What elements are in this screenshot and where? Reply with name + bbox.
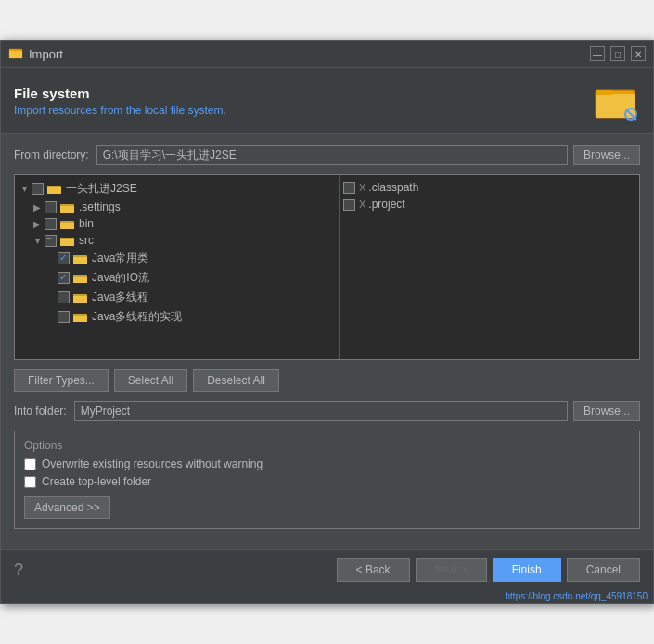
svg-rect-22 — [73, 255, 79, 257]
back-button[interactable]: < Back — [337, 558, 410, 582]
svg-rect-27 — [73, 296, 87, 303]
svg-rect-24 — [73, 277, 87, 283]
folder-icon-src — [60, 235, 75, 247]
from-directory-browse-button[interactable]: Browse... — [573, 145, 640, 165]
checkbox-java2[interactable] — [58, 272, 70, 284]
checkbox-project[interactable] — [343, 199, 355, 211]
expand-icon-bin: ▶ — [32, 219, 43, 229]
tree-label-src: src — [79, 234, 94, 247]
svg-rect-25 — [73, 275, 79, 277]
import-window: Import — □ ✕ File system Import resource… — [0, 40, 654, 604]
folder-icon-root — [47, 183, 62, 195]
into-folder-browse-button[interactable]: Browse... — [573, 401, 640, 421]
expand-icon-src: ▾ — [32, 236, 43, 246]
svg-rect-30 — [73, 316, 87, 322]
folder-icon-bin — [60, 218, 75, 230]
checkbox-java3[interactable] — [58, 291, 70, 303]
tree-item-bin[interactable]: ▶ bin — [28, 215, 339, 232]
svg-rect-21 — [73, 257, 87, 264]
svg-rect-2 — [9, 49, 15, 51]
checkbox-src[interactable] — [45, 235, 57, 247]
tree-item-root[interactable]: ▾ 一头扎进J2SE — [15, 179, 339, 199]
expand-icon-root: ▾ — [19, 184, 30, 194]
next-button[interactable]: Next > — [416, 558, 487, 582]
tree-item-java2[interactable]: Java的IO流 — [41, 268, 339, 288]
tree-item-settings[interactable]: ▶ .settings — [28, 199, 339, 215]
header-text: File system Import resources from the lo… — [14, 85, 592, 117]
svg-rect-13 — [60, 204, 66, 206]
tree-item-java3[interactable]: Java多线程 — [41, 288, 339, 307]
create-folder-label: Create top-level folder — [42, 475, 151, 488]
svg-rect-19 — [60, 238, 66, 239]
create-folder-checkbox[interactable] — [24, 476, 36, 488]
svg-rect-10 — [47, 186, 53, 187]
window-title: Import — [29, 47, 590, 61]
finish-button[interactable]: Finish — [493, 558, 561, 582]
close-button[interactable]: ✕ — [631, 46, 646, 61]
tree-label-java2: Java的IO流 — [92, 270, 149, 286]
expand-icon-java4 — [45, 312, 56, 322]
overwrite-checkbox[interactable] — [24, 458, 36, 470]
tree-right: X .classpath X .project — [340, 175, 639, 359]
minimize-button[interactable]: — — [590, 46, 605, 61]
checkbox-bin[interactable] — [45, 218, 57, 230]
tree-item-classpath[interactable]: X .classpath — [340, 179, 639, 196]
tree-label-settings: .settings — [79, 200, 121, 213]
expand-icon-java3 — [45, 292, 56, 303]
tree-label-bin: bin — [79, 217, 94, 230]
tree-left[interactable]: ▾ 一头扎进J2SE ▶ .settings — [15, 175, 340, 359]
expand-icon-java1 — [45, 253, 56, 264]
tree-label-project: .project — [368, 198, 404, 211]
svg-rect-18 — [60, 239, 74, 246]
footer-buttons: < Back Next > Finish Cancel — [337, 558, 640, 582]
file-tree-section: ▾ 一头扎进J2SE ▶ .settings — [14, 174, 640, 360]
window-controls: — □ ✕ — [590, 46, 646, 61]
checkbox-java1[interactable] — [58, 252, 70, 264]
deselect-all-button[interactable]: Deselect All — [193, 369, 279, 392]
x-mark-project: X — [359, 199, 365, 210]
watermark: https://blog.csdn.net/qq_45918150 — [1, 589, 653, 603]
tree-label-java3: Java多线程 — [92, 290, 148, 305]
folder-icon-java2 — [73, 272, 88, 284]
main-content: From directory: Browse... ▾ 一头扎进J2SE — [1, 134, 653, 549]
tree-item-src[interactable]: ▾ src — [28, 232, 339, 249]
svg-rect-9 — [47, 187, 61, 194]
folder-icon-java3 — [73, 291, 88, 303]
into-folder-label: Into folder: — [14, 405, 67, 418]
svg-rect-12 — [60, 206, 74, 213]
tree-label-java1: Java常用类 — [92, 251, 148, 266]
select-all-button[interactable]: Select All — [114, 369, 187, 392]
x-mark-classpath: X — [359, 182, 365, 193]
options-group: Options Overwrite existing resources wit… — [14, 431, 640, 529]
advanced-button[interactable]: Advanced >> — [24, 496, 110, 519]
folder-icon-java4 — [73, 311, 88, 323]
maximize-button[interactable]: □ — [610, 46, 625, 61]
checkbox-settings[interactable] — [45, 201, 57, 213]
expand-icon-java2 — [45, 273, 56, 283]
svg-rect-1 — [9, 51, 22, 58]
cancel-button[interactable]: Cancel — [567, 558, 640, 582]
tree-label-java4: Java多线程的实现 — [92, 309, 182, 325]
action-buttons: Filter Types... Select All Deselect All — [14, 369, 640, 392]
tree-item-java4[interactable]: Java多线程的实现 — [41, 307, 339, 327]
checkbox-root[interactable] — [32, 183, 44, 195]
svg-rect-5 — [596, 90, 612, 95]
folder-icon-java1 — [73, 252, 88, 264]
into-folder-input[interactable] — [74, 401, 568, 421]
svg-rect-4 — [596, 94, 635, 118]
overwrite-label: Overwrite existing resources without war… — [42, 457, 263, 470]
tree-label-root: 一头扎进J2SE — [66, 181, 137, 197]
from-directory-row: From directory: Browse... — [14, 145, 640, 165]
into-folder-row: Into folder: Browse... — [14, 401, 640, 421]
tree-item-java1[interactable]: Java常用类 — [41, 249, 339, 268]
header-subtitle: Import resources from the local file sys… — [14, 104, 592, 117]
checkbox-java4[interactable] — [58, 311, 70, 323]
from-directory-input[interactable] — [96, 145, 568, 165]
help-icon[interactable]: ? — [14, 560, 23, 580]
checkbox-classpath[interactable] — [343, 182, 355, 194]
footer: ? < Back Next > Finish Cancel — [1, 549, 653, 589]
tree-item-project[interactable]: X .project — [340, 196, 639, 213]
tree-label-classpath: .classpath — [368, 181, 418, 194]
filter-types-button[interactable]: Filter Types... — [14, 369, 109, 392]
option-create-folder: Create top-level folder — [24, 475, 630, 488]
